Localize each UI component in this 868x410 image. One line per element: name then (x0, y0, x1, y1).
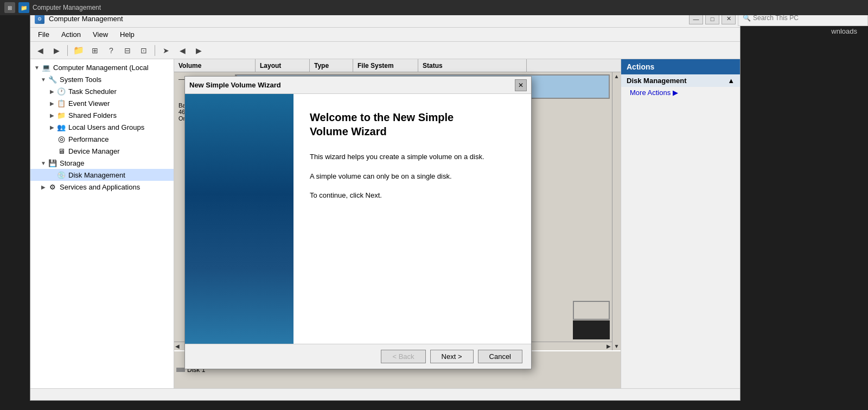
performance-label: Performance (68, 135, 108, 143)
menu-action[interactable]: Action (56, 29, 86, 40)
back-button[interactable]: ◀ (33, 44, 48, 57)
help-button[interactable]: ? (104, 44, 119, 57)
disk1-icon (176, 368, 185, 372)
minus-button[interactable]: ⊟ (120, 44, 135, 57)
expand-device-manager (48, 147, 56, 155)
sidebar-item-root[interactable]: ▼ 💻 Computer Management (Local (30, 61, 174, 73)
task-scheduler-icon: 🕐 (56, 86, 66, 96)
wizard-title-bar: New Simple Volume Wizard ✕ (185, 77, 531, 94)
file-explorer-icon[interactable]: 📁 (18, 2, 29, 13)
expand-shared-folders: ▶ (48, 111, 56, 119)
root-icon: 💻 (41, 62, 51, 72)
downloads-label: wnloads (831, 27, 857, 35)
event-viewer-label: Event Viewer (68, 99, 110, 108)
scroll-left-arrow[interactable]: ◀ (175, 343, 180, 349)
expand-services: ▶ (39, 182, 48, 191)
wizard-close-button[interactable]: ✕ (515, 79, 527, 91)
expand-storage: ▼ (39, 159, 48, 167)
wizard-cancel-button[interactable]: Cancel (478, 350, 522, 363)
sidebar-item-disk-management[interactable]: 💿 Disk Management (30, 169, 174, 181)
wizard-next-button[interactable]: Next > (430, 350, 474, 363)
col-layout[interactable]: Layout (256, 59, 310, 72)
services-icon: ⚙ (48, 182, 58, 192)
actions-section-arrow-icon: ▲ (727, 77, 735, 85)
actions-more-actions[interactable]: More Actions ▶ (621, 87, 740, 98)
more-actions-label: More Actions (630, 89, 671, 97)
window-title-taskbar: Computer Management (33, 4, 101, 11)
left-button[interactable]: ◀ (175, 44, 190, 57)
performance-icon: ◎ (56, 134, 66, 144)
scrollbar-vertical[interactable]: ▲ ▼ (612, 72, 621, 350)
actions-section-disk-management[interactable]: Disk Management ▲ (621, 74, 740, 87)
sidebar-item-local-users[interactable]: ▶ 👥 Local Users and Groups (30, 121, 174, 133)
disk-management-label: Disk Management (68, 171, 125, 179)
menu-help[interactable]: Help (114, 29, 140, 40)
wizard-footer: < Back Next > Cancel (185, 344, 531, 369)
start-icon[interactable]: ⊞ (4, 2, 15, 13)
toolbar-separator-1 (67, 45, 68, 56)
window-title: Computer Management (49, 15, 123, 23)
sidebar-item-shared-folders[interactable]: ▶ 📁 Shared Folders (30, 109, 174, 121)
shared-folders-label: Shared Folders (68, 111, 117, 119)
sidebar-item-storage[interactable]: ▼ 💾 Storage (30, 157, 174, 169)
storage-label: Storage (60, 159, 85, 167)
wizard-content: Welcome to the New Simple Volume Wizard … (293, 94, 531, 344)
search-input[interactable] (753, 14, 863, 22)
title-bar-left: ⚙ Computer Management (35, 14, 123, 24)
col-status[interactable]: Status (418, 59, 527, 72)
expand-local-users: ▶ (48, 123, 56, 131)
sidebar-item-performance[interactable]: ◎ Performance (30, 133, 174, 145)
task-scheduler-label: Task Scheduler (68, 87, 117, 96)
scroll-down-arrow[interactable]: ▼ (614, 343, 620, 349)
scroll-right-arrow[interactable]: ▶ (607, 343, 611, 349)
expand-root: ▼ (33, 63, 41, 72)
wizard-text-3: To continue, click Next. (310, 190, 515, 201)
window-icon: ⚙ (35, 14, 44, 24)
right-button[interactable]: ▶ (191, 44, 206, 57)
shared-folders-icon: 📁 (56, 110, 66, 120)
toolbar-separator-2 (155, 45, 155, 56)
device-manager-label: Device Manager (68, 147, 120, 155)
sidebar-item-event-viewer[interactable]: ▶ 📋 Event Viewer (30, 97, 174, 109)
arrow-button[interactable]: ➤ (158, 44, 174, 57)
wizard-dialog: New Simple Volume Wizard ✕ Welcome to th… (184, 76, 532, 369)
wizard-heading: Welcome to the New Simple Volume Wizard (310, 110, 515, 138)
expand-task-scheduler: ▶ (48, 87, 56, 96)
disk-legend-gray (573, 301, 610, 320)
sidebar-item-system-tools[interactable]: ▼ 🔧 System Tools (30, 73, 174, 85)
menu-view[interactable]: View (87, 29, 113, 40)
search-icon: 🔍 (743, 14, 751, 22)
device-manager-icon: 🖥 (56, 146, 66, 156)
open-folder-button[interactable]: 📁 (71, 44, 86, 57)
col-volume[interactable]: Volume (174, 59, 256, 72)
wizard-text-1: This wizard helps you create a simple vo… (310, 152, 515, 162)
properties-button[interactable]: ⊡ (136, 44, 151, 57)
disk-legend-black (573, 320, 610, 339)
sidebar-item-task-scheduler[interactable]: ▶ 🕐 Task Scheduler (30, 85, 174, 97)
wizard-back-button[interactable]: < Back (381, 350, 425, 363)
wizard-title-text: New Simple Volume Wizard (189, 81, 281, 89)
wizard-sidebar-graphic (185, 94, 293, 344)
col-filesystem[interactable]: File System (353, 59, 418, 72)
expand-disk-management (48, 171, 56, 179)
status-bar (30, 388, 740, 400)
scroll-up-arrow[interactable]: ▲ (614, 73, 620, 79)
wizard-body: Welcome to the New Simple Volume Wizard … (185, 94, 531, 344)
root-label: Computer Management (Local (53, 64, 149, 72)
sidebar-tree: ▼ 💻 Computer Management (Local ▼ 🔧 Syste… (30, 59, 174, 388)
actions-section-title-text: Disk Management (627, 77, 687, 85)
sidebar-item-services[interactable]: ▶ ⚙ Services and Applications (30, 181, 174, 193)
sidebar-item-device-manager[interactable]: 🖥 Device Manager (30, 145, 174, 157)
col-type[interactable]: Type (310, 59, 353, 72)
local-users-label: Local Users and Groups (68, 123, 144, 131)
disk-management-icon: 💿 (56, 170, 66, 180)
more-actions-arrow-icon: ▶ (673, 89, 678, 97)
forward-button[interactable]: ▶ (49, 44, 64, 57)
expand-event-viewer: ▶ (48, 99, 56, 108)
menu-bar: File Action View Help (30, 28, 740, 42)
system-tools-icon: 🔧 (48, 74, 58, 84)
actions-panel: Actions Disk Management ▲ More Actions ▶ (621, 59, 740, 388)
grid-button[interactable]: ⊞ (87, 44, 103, 57)
local-users-icon: 👥 (56, 122, 66, 132)
menu-file[interactable]: File (33, 29, 55, 40)
